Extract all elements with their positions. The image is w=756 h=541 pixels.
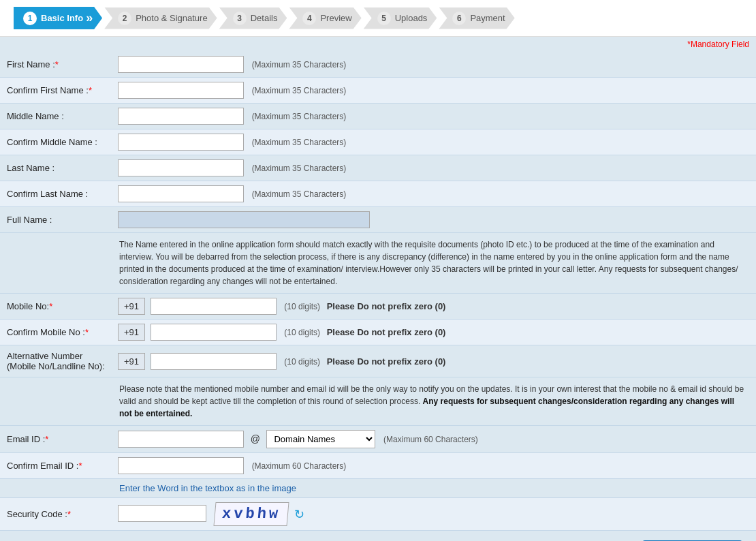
confirm-middle-name-hint: (Maximum 35 Characters) — [252, 138, 347, 147]
email-label: Email ID :* — [0, 426, 112, 453]
mobile-prefix: +91 — [118, 298, 145, 315]
confirm-middle-name-input-cell: (Maximum 35 Characters) — [112, 129, 756, 155]
last-name-hint: (Maximum 35 Characters) — [252, 164, 347, 173]
email-input-cell: @ Domain Names gmail.com yahoo.com hotma… — [112, 426, 756, 453]
first-name-input[interactable] — [118, 56, 244, 73]
step-num-3: 3 — [233, 12, 247, 25]
confirm-first-name-input-cell: (Maximum 35 Characters) — [112, 78, 756, 104]
security-code-row: Security Code :* xvbhw ↻ — [0, 498, 756, 531]
mobile-input-cell: +91 (10 digits) Please Do not prefix zer… — [112, 294, 756, 320]
mobile-warning: Please Do not prefix zero (0) — [327, 301, 446, 311]
confirm-email-input-cell: (Maximum 60 Characters) — [112, 453, 756, 479]
enter-word-row: Enter the Word in the textbox as in the … — [0, 479, 756, 498]
step-label-6: Payment — [470, 13, 505, 23]
confirm-mobile-label: Confirm Mobile No :* — [0, 320, 112, 345]
email-input[interactable] — [118, 431, 244, 448]
full-name-input — [118, 211, 370, 228]
confirm-first-name-row: Confirm First Name :* (Maximum 35 Charac… — [0, 78, 756, 104]
alt-number-input[interactable] — [151, 353, 277, 370]
name-notice-row: The Name entered in the online applicati… — [0, 233, 756, 294]
middle-name-input[interactable] — [118, 108, 244, 125]
security-code-label: Security Code :* — [0, 498, 112, 531]
footer-bar: Save & Next — [0, 531, 756, 541]
confirm-first-name-input[interactable] — [118, 82, 244, 99]
captcha-refresh-icon[interactable]: ↻ — [294, 507, 304, 522]
step-photo[interactable]: 2 Photo & Signature — [104, 7, 217, 29]
confirm-last-name-input-cell: (Maximum 35 Characters) — [112, 181, 756, 207]
confirm-mobile-prefix: +91 — [118, 324, 145, 341]
confirm-mobile-input-cell: +91 (10 digits) Please Do not prefix zer… — [112, 320, 756, 345]
full-name-input-cell — [112, 207, 756, 233]
confirm-email-hint: (Maximum 60 Characters) — [252, 461, 347, 471]
confirm-first-name-hint: (Maximum 35 Characters) — [252, 86, 347, 95]
full-name-label: Full Name : — [0, 207, 112, 233]
confirm-mobile-input[interactable] — [151, 324, 277, 341]
confirm-middle-name-input[interactable] — [118, 134, 244, 151]
email-hint: (Maximum 60 Characters) — [383, 435, 478, 444]
step-num-5: 5 — [377, 12, 391, 25]
alt-prefix: +91 — [118, 353, 145, 370]
confirm-mobile-warning: Please Do not prefix zero (0) — [327, 327, 446, 337]
alt-warning: Please Do not prefix zero (0) — [327, 356, 446, 367]
step-preview[interactable]: 4 Preview — [289, 7, 361, 29]
alt-number-input-cell: +91 (10 digits) Please Do not prefix zer… — [112, 345, 756, 377]
mandatory-note: *Mandatory Field — [0, 37, 756, 52]
main-content: *Mandatory Field First Name :* (Maximum … — [0, 37, 756, 541]
step-label-4: Preview — [320, 13, 351, 23]
step-num-2: 2 — [118, 12, 131, 25]
middle-name-hint: (Maximum 35 Characters) — [252, 112, 347, 121]
middle-name-input-cell: (Maximum 35 Characters) — [112, 104, 756, 129]
first-name-req: * — [55, 59, 59, 69]
domain-select[interactable]: Domain Names gmail.com yahoo.com hotmail… — [266, 430, 375, 448]
confirm-middle-name-label: Confirm Middle Name : — [0, 129, 112, 155]
step-details[interactable]: 3 Details — [219, 7, 287, 29]
step-payment[interactable]: 6 Payment — [439, 7, 514, 29]
step-label-5: Uploads — [395, 13, 428, 23]
confirm-mobile-hint: (10 digits) — [284, 328, 320, 337]
form-table: First Name :* (Maximum 35 Characters) Co… — [0, 52, 756, 531]
mobile-hint: (10 digits) — [284, 302, 320, 311]
confirm-last-name-input[interactable] — [118, 185, 244, 202]
middle-name-label: Middle Name : — [0, 104, 112, 129]
phone-notice-cell: Please note that the mentioned mobile nu… — [112, 377, 756, 426]
first-name-label: First Name :* — [0, 52, 112, 78]
mobile-label: Mobile No:* — [0, 294, 112, 320]
step-basic-info[interactable]: 1 Basic Info » — [14, 7, 102, 29]
confirm-email-row: Confirm Email ID :* (Maximum 60 Characte… — [0, 453, 756, 479]
last-name-input[interactable] — [118, 159, 244, 176]
last-name-label: Last Name : — [0, 155, 112, 181]
step-label-1: Basic Info — [41, 13, 83, 23]
step-label-2: Photo & Signature — [136, 13, 208, 23]
security-code-input[interactable] — [118, 505, 206, 522]
first-name-row: First Name :* (Maximum 35 Characters) — [0, 52, 756, 78]
captcha-image: xvbhw — [213, 502, 289, 526]
stepper: 1 Basic Info » 2 Photo & Signature 3 Det… — [0, 0, 756, 37]
first-name-hint: (Maximum 35 Characters) — [252, 60, 347, 69]
security-code-input-cell: xvbhw ↻ — [112, 498, 756, 531]
confirm-mobile-row: Confirm Mobile No :* +91 (10 digits) Ple… — [0, 320, 756, 345]
confirm-middle-name-row: Confirm Middle Name : (Maximum 35 Charac… — [0, 129, 756, 155]
name-notice-spacer — [0, 233, 112, 294]
mobile-row: Mobile No:* +91 (10 digits) Please Do no… — [0, 294, 756, 320]
enter-word-label: Enter the Word in the textbox as in the … — [119, 483, 296, 493]
name-notice-text: The Name entered in the online applicati… — [112, 233, 756, 294]
step-num-6: 6 — [452, 12, 466, 25]
confirm-last-name-hint: (Maximum 35 Characters) — [252, 189, 347, 199]
full-name-row: Full Name : — [0, 207, 756, 233]
mobile-input[interactable] — [151, 298, 277, 315]
last-name-row: Last Name : (Maximum 35 Characters) — [0, 155, 756, 181]
at-sign: @ — [251, 433, 260, 444]
confirm-last-name-label: Confirm Last Name : — [0, 181, 112, 207]
phone-notice-row: Please note that the mentioned mobile nu… — [0, 377, 756, 426]
step-arrow-1: » — [86, 11, 93, 25]
email-row: Email ID :* @ Domain Names gmail.com yah… — [0, 426, 756, 453]
step-uploads[interactable]: 5 Uploads — [364, 7, 437, 29]
last-name-input-cell: (Maximum 35 Characters) — [112, 155, 756, 181]
confirm-first-name-label: Confirm First Name :* — [0, 78, 112, 104]
alt-number-row: Alternative Number (Mobile No/Landline N… — [0, 345, 756, 377]
confirm-last-name-row: Confirm Last Name : (Maximum 35 Characte… — [0, 181, 756, 207]
confirm-email-label: Confirm Email ID :* — [0, 453, 112, 479]
first-name-input-cell: (Maximum 35 Characters) — [112, 52, 756, 78]
alt-number-label: Alternative Number (Mobile No/Landline N… — [0, 345, 112, 377]
confirm-email-input[interactable] — [118, 457, 244, 474]
